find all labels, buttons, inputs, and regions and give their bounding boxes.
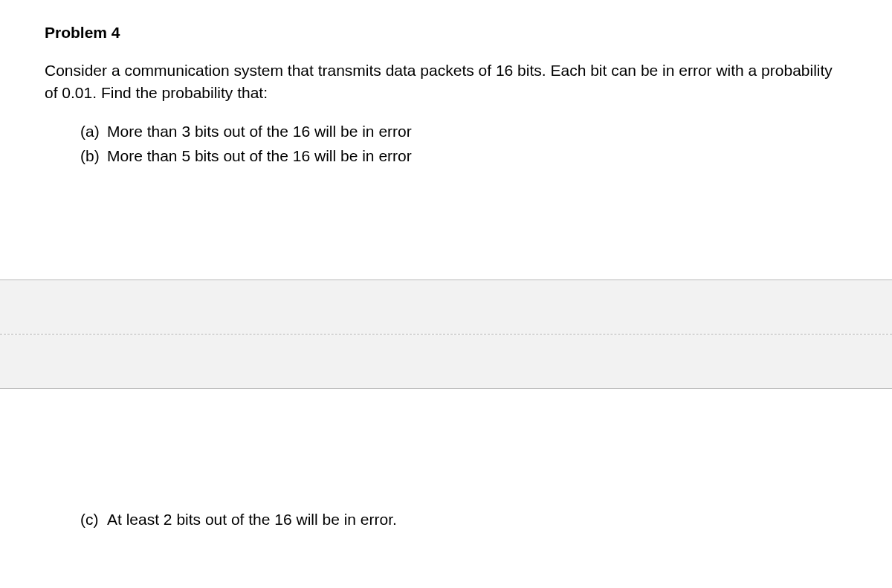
problem-part-a: (a) More than 3 bits out of the 16 will …	[80, 120, 847, 143]
part-text: More than 5 bits out of the 16 will be i…	[107, 144, 412, 168]
divider-solid-bottom	[0, 388, 892, 389]
problem-statement: Consider a communication system that tra…	[45, 59, 847, 105]
part-label: (b)	[80, 144, 107, 168]
problem-parts-top: (a) More than 3 bits out of the 16 will …	[45, 120, 847, 168]
part-text: At least 2 bits out of the 16 will be in…	[107, 508, 397, 532]
problem-part-b: (b) More than 5 bits out of the 16 will …	[80, 144, 847, 168]
problem-parts-bottom: (c) At least 2 bits out of the 16 will b…	[45, 508, 847, 532]
part-text: More than 3 bits out of the 16 will be i…	[107, 120, 412, 143]
gray-band-bottom	[0, 335, 892, 388]
part-label: (c)	[80, 508, 107, 532]
problem-content: Problem 4 Consider a communication syste…	[0, 0, 892, 168]
problem-part-c: (c) At least 2 bits out of the 16 will b…	[80, 508, 847, 532]
page-break-region	[0, 280, 892, 389]
gray-band-top	[0, 280, 892, 334]
part-label: (a)	[80, 120, 107, 143]
problem-content-after-break: (c) At least 2 bits out of the 16 will b…	[0, 508, 892, 532]
problem-title: Problem 4	[45, 24, 847, 42]
